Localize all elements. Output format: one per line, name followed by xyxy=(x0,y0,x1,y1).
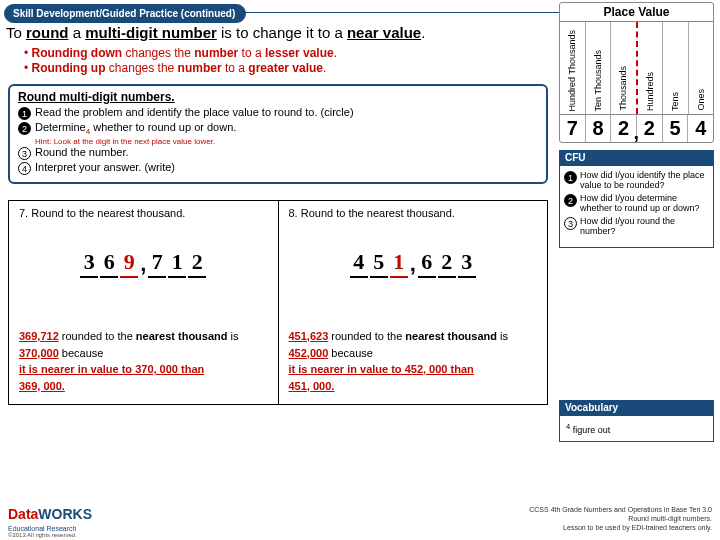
vocab-box: Vocabulary 4 figure out xyxy=(559,400,714,442)
copyright: ©2013 All rights reserved. xyxy=(8,532,77,538)
p8-answer: 451,623 rounded to the nearest thousand … xyxy=(289,328,538,394)
step-num-1: 1 xyxy=(18,107,31,120)
step-num-2: 2 xyxy=(18,122,31,135)
steps-box: Round multi-digit numbers. 1Read the pro… xyxy=(8,84,548,184)
problem-8: 8. Round to the nearest thousand. 4 5 1 … xyxy=(279,201,548,404)
logo-sub: Educational Research xyxy=(8,525,77,532)
step-num-3: 3 xyxy=(18,147,31,160)
bullets: • Rounding down changes the number to a … xyxy=(24,46,337,76)
place-value-chart: Place Value Hundred Thousands Ten Thousa… xyxy=(559,2,714,143)
step-num-4: 4 xyxy=(18,162,31,175)
hint: Hint: Look at the digit in the next plac… xyxy=(35,137,538,146)
steps-title: Round multi-digit numbers. xyxy=(18,90,538,104)
ccss: CCSS 4th Grade Numbers and Operations in… xyxy=(529,505,712,532)
p7-answer: 369,712 rounded to the nearest thousand … xyxy=(19,328,268,394)
p7-digits: 3 6 9 , 7 1 2 xyxy=(19,249,268,278)
pv-title: Place Value xyxy=(560,3,713,22)
logo: DataWORKS xyxy=(8,506,92,522)
p8-digits: 4 5 1 , 6 2 3 xyxy=(289,249,538,278)
headline: To round a multi-digit number is to chan… xyxy=(6,24,425,41)
cfu-box: CFU 1How did I/you identify the place va… xyxy=(559,150,714,248)
section-tab: Skill Development/Guided Practice (conti… xyxy=(4,4,246,23)
pv-columns: Hundred Thousands Ten Thousands Thousand… xyxy=(560,22,713,114)
pv-digits: 7 8 2 2 5 4 xyxy=(560,114,713,142)
cfu-header: CFU xyxy=(559,150,714,165)
problem-7: 7. Round to the nearest thousand. 3 6 9 … xyxy=(9,201,279,404)
problems: 7. Round to the nearest thousand. 3 6 9 … xyxy=(8,200,548,405)
